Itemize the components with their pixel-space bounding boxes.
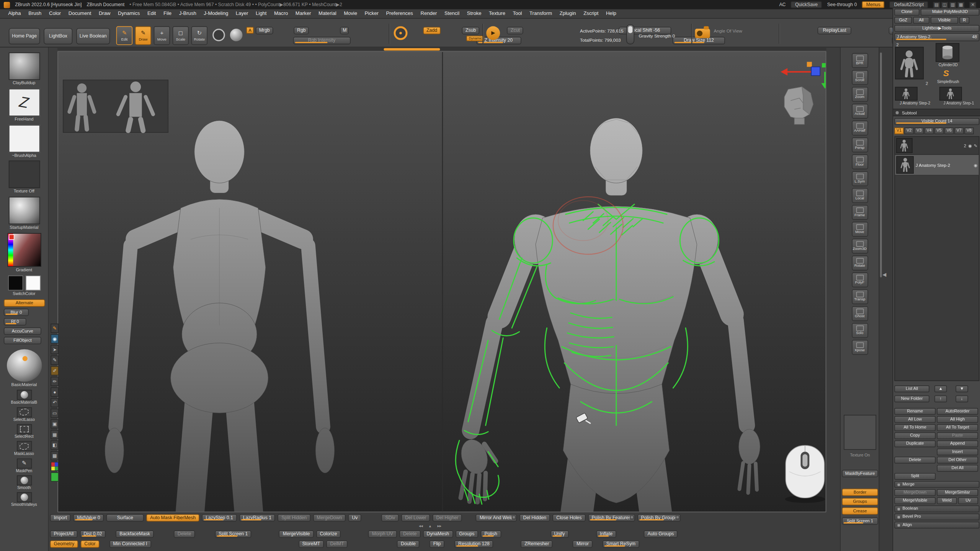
recent-tool-thumbnail[interactable] [939, 87, 962, 101]
menu-item[interactable]: Macro [271, 11, 291, 16]
list-all-button[interactable]: List All [894, 385, 929, 392]
palette-button[interactable]: Inflate [596, 530, 616, 538]
visibility-tab[interactable]: V3 [915, 127, 924, 134]
tray-thumbnail[interactable] [8, 52, 40, 80]
right-shelf-button[interactable]: BPR [851, 53, 867, 68]
tray-thumbnail[interactable] [8, 89, 40, 116]
subtool-action-button[interactable]: All To Home [894, 424, 936, 431]
palette-button[interactable]: Del Lower [401, 514, 430, 522]
knife-icon[interactable]: ✐ [51, 366, 59, 375]
scale-button[interactable]: ◻ Scale [173, 26, 189, 45]
blur-slider[interactable]: Blur 0 [4, 308, 29, 316]
see-through-slider[interactable]: See-through 0 [827, 2, 857, 7]
menu-item[interactable]: Help [603, 11, 619, 16]
m-button[interactable]: M [340, 27, 349, 34]
palette-button[interactable]: Auto Mask FiberMesh [146, 514, 199, 522]
collapse-arrow-icon[interactable]: ◀ [882, 272, 886, 277]
folder-up-icon[interactable]: ↑ [934, 395, 947, 402]
move-down-icon[interactable]: ▼ [956, 385, 968, 392]
mannequin-left-figure[interactable] [105, 121, 334, 512]
palette-button[interactable]: Uv [348, 514, 362, 522]
stroke-picker-icon[interactable] [212, 29, 225, 41]
visibility-eye-icon[interactable]: ◉ [968, 143, 972, 148]
image-icon[interactable]: ▦ [51, 430, 59, 439]
menus-button[interactable]: Menus [862, 1, 885, 8]
eraser-icon[interactable]: ▭ [51, 409, 59, 418]
menu-item[interactable]: Tool [510, 11, 525, 16]
rgb-intensity-slider[interactable]: Rgb Intensity [293, 37, 350, 44]
palette-button[interactable]: Polish [481, 530, 501, 538]
right-shelf-button[interactable]: Local [851, 188, 867, 203]
zcut-button[interactable]: Zcut [507, 27, 523, 34]
menu-item[interactable]: Brush [25, 11, 44, 16]
titlebar-window-icon[interactable]: ▤ [933, 2, 940, 8]
palette-button[interactable]: DynaMesh [423, 530, 453, 538]
goz-button[interactable]: GoZ [894, 17, 912, 24]
tray-thumbnail[interactable] [8, 161, 40, 188]
visibility-tab[interactable]: V8 [964, 127, 973, 134]
side-tool-icon[interactable] [16, 492, 31, 502]
subtool-action-button[interactable]: Delete [894, 456, 936, 463]
viewport-canvas[interactable] [57, 51, 826, 512]
grid-icon[interactable]: ▩ [51, 451, 59, 460]
titlebar-window-icon[interactable]: ▦ [957, 2, 964, 8]
right-shelf-button[interactable]: Scroll [851, 70, 867, 85]
palette-button[interactable]: Delete [399, 530, 420, 538]
palette-button[interactable]: Color [81, 540, 100, 548]
subtool-action-button[interactable]: Duplicate [894, 440, 936, 447]
palette-button[interactable]: Min Connected I [109, 540, 151, 548]
palette-button[interactable]: Mirror [573, 540, 593, 548]
current-tool-slider[interactable]: J Anatomy Step-2.48 [894, 33, 979, 41]
menu-item[interactable]: Marker [292, 11, 314, 16]
palette-button[interactable]: LazyStep 0.1 [202, 514, 237, 522]
pencil-icon[interactable]: ✏ [51, 377, 59, 386]
menu-item[interactable]: Movie [341, 11, 360, 16]
lightbox-tools-button[interactable]: Lightbox▶Tools [894, 25, 979, 32]
right-shelf-button[interactable]: Zoom3D [851, 239, 867, 254]
rgb-button[interactable]: Rgb [294, 27, 309, 34]
color-picker[interactable] [7, 233, 41, 267]
subtool-action-button[interactable]: Split [894, 473, 936, 480]
brush-icon[interactable]: ✎ [51, 355, 59, 365]
titlebar-window-icon[interactable]: ▥ [949, 2, 956, 8]
palette-button[interactable]: Split Screen 1 [215, 530, 252, 538]
subtool-item-selected[interactable]: J Anatomy Step-2 ◉ [895, 155, 979, 176]
paint-icon[interactable]: ✎ [974, 143, 978, 148]
subtool-item[interactable]: 2 ◉ ✎ [895, 137, 979, 155]
frame-icon[interactable]: ▣ [51, 419, 59, 429]
subtool-action-button[interactable]: Align [894, 522, 979, 528]
pen-tool-icon[interactable]: ✎ [51, 324, 59, 333]
palette-button[interactable]: Groups [455, 530, 478, 538]
palette-button[interactable]: Delete [174, 530, 195, 538]
palette-icon[interactable]: ◧ [51, 440, 59, 450]
subtool-action-button[interactable]: Del All [937, 465, 978, 472]
palette-button[interactable]: MidValue 0 [73, 514, 104, 522]
dot-icon[interactable]: ● [51, 387, 59, 396]
palette-button[interactable]: Del Hidden [519, 514, 550, 522]
palette-button[interactable]: LazyRadius 1 [239, 514, 275, 522]
right-shelf-button[interactable]: PolyF [851, 272, 867, 287]
fill-object-button[interactable]: FillObject [4, 336, 41, 344]
menu-item[interactable]: File [160, 11, 175, 16]
palette-button[interactable]: Polish By Features [588, 514, 635, 522]
zadd-button[interactable]: Zadd [423, 27, 441, 34]
menu-item[interactable]: Zscript [580, 11, 602, 16]
edit-button[interactable]: ✎ Edit [116, 26, 132, 45]
pager-right-icon[interactable]: ▸▸ [438, 524, 442, 528]
subtool-action-button[interactable]: Del Other [937, 456, 978, 463]
palette-button[interactable]: DelMT [327, 540, 348, 548]
palette-button[interactable]: Polish By Groups [637, 514, 681, 522]
default-zscript-button[interactable]: DefaultZScript [890, 1, 928, 8]
main-color-swatch[interactable] [8, 276, 23, 290]
menu-item[interactable]: Zplugin [557, 11, 579, 16]
home-page-button[interactable]: Home Page [9, 28, 40, 44]
recent-tool-thumbnail[interactable] [895, 87, 918, 101]
menu-item[interactable]: Document [65, 11, 95, 16]
horizontal-scrollbar[interactable] [57, 48, 826, 50]
palette-button[interactable]: SDiv [381, 514, 399, 522]
draw-button[interactable]: ✎ Draw [135, 26, 151, 45]
palette-button[interactable]: Resolution 128 [454, 540, 493, 548]
menu-item[interactable]: Render [417, 11, 440, 16]
subtool-action-button[interactable]: All Low [894, 416, 936, 423]
subtool-action-button[interactable]: Bevel Pro [894, 514, 979, 520]
